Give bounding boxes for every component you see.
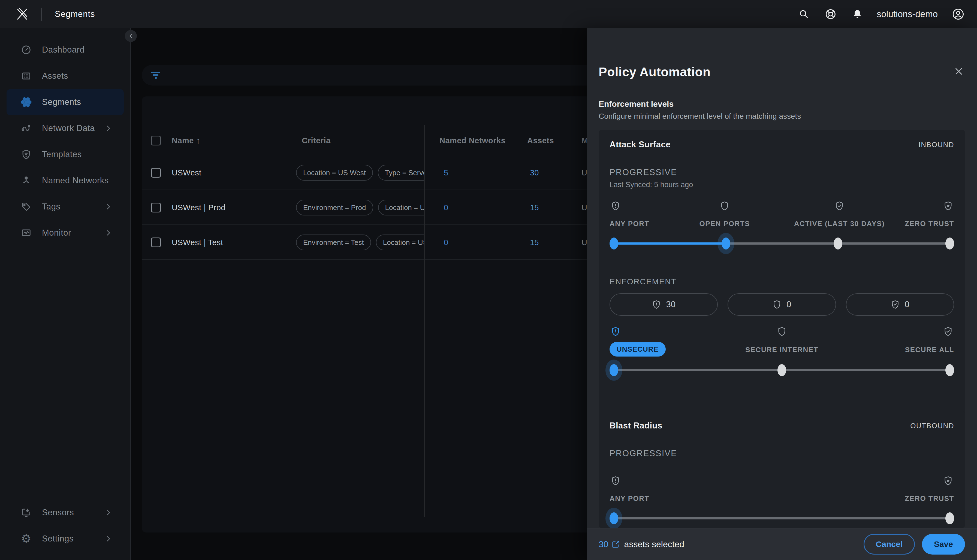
- shield-exclaim-icon: [611, 327, 621, 337]
- sidebar-item-assets[interactable]: Assets: [7, 63, 124, 89]
- outbound-label: OUTBOUND: [910, 422, 954, 430]
- blast-radius-title: Blast Radius: [609, 421, 662, 431]
- stop-label-zero-trust: ZERO TRUST: [905, 494, 954, 503]
- unsecure-badge: UNSECURE: [609, 342, 666, 357]
- slider-knob[interactable]: [945, 364, 954, 376]
- sidebar-item-tags[interactable]: Tags: [7, 194, 124, 220]
- slider-knob[interactable]: [945, 238, 954, 250]
- slider-knob[interactable]: [834, 238, 842, 250]
- page-title: Segments: [55, 9, 95, 19]
- assets-count[interactable]: 30: [530, 155, 539, 190]
- truncated-cell: U: [581, 225, 587, 260]
- segment-name: USWest | Prod: [172, 190, 226, 225]
- slider-knob-active[interactable]: [721, 238, 730, 250]
- slider-knob-active[interactable]: [609, 364, 618, 376]
- external-link-icon: [612, 540, 620, 548]
- last-synced-label: Last Synced: 5 hours ago: [609, 181, 954, 189]
- close-icon[interactable]: [954, 66, 964, 77]
- slider-track-fill: [614, 242, 726, 245]
- assets-count[interactable]: 15: [530, 190, 539, 225]
- sidebar-item-segments[interactable]: Segments: [7, 89, 124, 115]
- slider-knob[interactable]: [945, 512, 954, 524]
- sidebar-item-dashboard[interactable]: Dashboard: [7, 37, 124, 63]
- card-divider: [609, 439, 954, 439]
- sensors-download-icon: [21, 507, 32, 518]
- gear-icon: ⚙: [21, 533, 32, 544]
- row-checkbox[interactable]: [151, 155, 161, 190]
- enforcement-count-unsecure[interactable]: 30: [609, 293, 718, 316]
- panel-title: Policy Automation: [599, 65, 711, 79]
- top-bar: Segments solutions-demo: [0, 0, 977, 28]
- named-networks-count[interactable]: 0: [444, 190, 448, 225]
- named-networks-count[interactable]: 5: [444, 155, 448, 190]
- chevron-right-icon: [104, 508, 112, 517]
- assets-count[interactable]: 15: [530, 225, 539, 260]
- criteria-chip: Type = Server: [378, 165, 423, 181]
- blast-radius-slider: ANY PORT ZERO TRUST: [609, 476, 954, 528]
- sidebar-item-settings[interactable]: ⚙ Settings: [7, 526, 124, 552]
- column-header-assets[interactable]: Assets: [527, 125, 554, 156]
- slider-knob[interactable]: [778, 364, 786, 376]
- account-avatar-icon[interactable]: [952, 8, 964, 20]
- sidebar-item-templates[interactable]: Templates: [7, 142, 124, 168]
- blast-radius-card: Blast Radius OUTBOUND PROGRESSIVE ANY PO…: [599, 411, 965, 528]
- sidebar-item-network-data[interactable]: Network Data: [7, 115, 124, 142]
- column-header-name[interactable]: Name ↑: [172, 125, 201, 156]
- criteria-chip: Location = US: [376, 235, 423, 250]
- shield-icon: [720, 201, 729, 211]
- policy-automation-panel: Policy Automation Enforcement levels Con…: [587, 28, 977, 560]
- stop-label-open-ports: OPEN PORTS: [699, 220, 749, 228]
- enforcement-slider: UNSECURE SECURE INTERNET SECURE ALL: [609, 327, 954, 378]
- sort-arrow-icon: ↑: [196, 136, 201, 146]
- secure-all-label: SECURE ALL: [905, 346, 954, 354]
- attack-surface-title: Attack Surface: [609, 140, 671, 150]
- secure-internet-label: SECURE INTERNET: [745, 346, 818, 354]
- save-button[interactable]: Save: [922, 534, 965, 555]
- dashboard-gauge-icon: [21, 45, 32, 55]
- chevron-right-icon: [104, 535, 112, 543]
- filter-funnel-icon[interactable]: [151, 70, 161, 80]
- attack-surface-card: Attack Surface INBOUND PROGRESSIVE Last …: [599, 130, 965, 430]
- named-networks-node-icon: [21, 175, 32, 186]
- shield-icon: [777, 327, 787, 337]
- help-lifering-icon[interactable]: [825, 8, 836, 20]
- enforcement-count-secure-internet[interactable]: 0: [728, 293, 836, 316]
- topbar-divider: [41, 8, 42, 21]
- criteria-chip: Environment = Test: [296, 235, 371, 250]
- slider-track: [614, 369, 950, 371]
- inbound-label: INBOUND: [918, 140, 954, 149]
- row-checkbox[interactable]: [151, 190, 161, 225]
- network-data-cable-icon: [21, 123, 32, 133]
- notifications-bell-icon[interactable]: [852, 9, 863, 19]
- select-all-checkbox[interactable]: [151, 125, 161, 156]
- selected-assets-label: assets selected: [624, 539, 684, 549]
- sidebar-item-monitor[interactable]: Monitor: [7, 220, 124, 246]
- row-checkbox[interactable]: [151, 225, 161, 260]
- column-header-criteria[interactable]: Criteria: [289, 125, 343, 156]
- column-header-named-networks[interactable]: Named Networks: [440, 125, 505, 156]
- sidebar-collapse-button[interactable]: [125, 30, 137, 42]
- assets-list-icon: [21, 71, 32, 81]
- criteria-chip: Location = US: [378, 200, 423, 215]
- named-networks-count[interactable]: 0: [444, 225, 448, 260]
- truncated-cell: U: [581, 190, 587, 225]
- slider-knob-active[interactable]: [609, 512, 618, 524]
- sidebar-item-sensors[interactable]: Sensors: [7, 500, 124, 526]
- shield-star-icon: [943, 201, 953, 211]
- panel-footer: 30 assets selected Cancel Save: [587, 528, 977, 560]
- progressive-label: PROGRESSIVE: [609, 168, 954, 177]
- enforcement-count-secure-all[interactable]: 0: [846, 293, 954, 316]
- segment-name: USWest | Test: [172, 225, 223, 260]
- slider-knob[interactable]: [609, 238, 618, 250]
- stop-label-active: ACTIVE (LAST 30 DAYS): [794, 220, 885, 228]
- enforcement-levels-title: Enforcement levels: [599, 99, 674, 109]
- search-icon[interactable]: [799, 9, 809, 19]
- card-divider: [609, 158, 954, 158]
- enforcement-levels-subtitle: Configure minimal enforcement level of t…: [599, 112, 801, 121]
- account-name: solutions-demo: [877, 9, 938, 19]
- sidebar-item-named-networks[interactable]: Named Networks: [7, 168, 124, 194]
- cancel-button[interactable]: Cancel: [863, 534, 915, 555]
- shield-check-icon: [943, 327, 953, 337]
- templates-shield-icon: [21, 149, 32, 160]
- selected-assets-link[interactable]: 30: [599, 539, 620, 549]
